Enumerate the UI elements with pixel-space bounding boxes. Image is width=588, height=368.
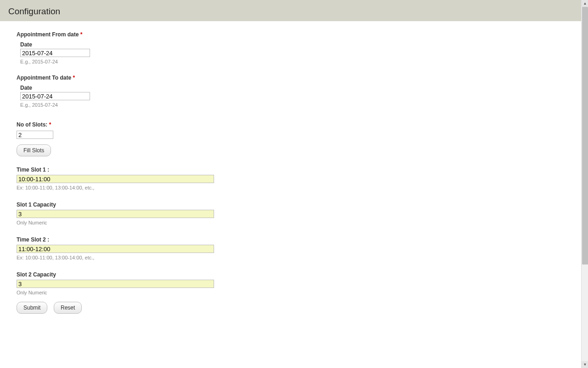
slot-1-capacity-hint: Only Numeric [17, 220, 571, 225]
page-header: Configuration [0, 3, 588, 21]
no-of-slots-group: No of Slots: * [17, 121, 571, 139]
scroll-thumb[interactable] [582, 7, 588, 264]
appointment-from-sublabel: Date [20, 41, 571, 48]
slot-2-capacity-input[interactable] [17, 280, 214, 288]
appointment-from-group: Appointment From date * Date E.g., 2015-… [17, 31, 571, 64]
fill-slots-button[interactable]: Fill Slots [17, 144, 51, 156]
page-title: Configuration [8, 6, 580, 17]
appointment-from-hint: E.g., 2015-07-24 [20, 59, 571, 64]
time-slot-2-group: Time Slot 2 : Ex: 10:00-11:00, 13:00-14:… [17, 236, 571, 260]
time-slot-1-label: Time Slot 1 : [17, 167, 571, 173]
reset-button[interactable]: Reset [54, 302, 82, 314]
configuration-form: Appointment From date * Date E.g., 2015-… [0, 21, 588, 323]
vertical-scrollbar[interactable]: ▲ ▼ [581, 0, 588, 368]
slot-1-capacity-label: Slot 1 Capacity [17, 201, 571, 208]
slot-2-capacity-group: Slot 2 Capacity Only Numeric [17, 271, 571, 295]
slot-2-capacity-label: Slot 2 Capacity [17, 271, 571, 278]
submit-button[interactable]: Submit [17, 302, 47, 314]
action-button-row: Submit Reset [17, 302, 571, 314]
appointment-from-label: Appointment From date * [17, 31, 571, 38]
time-slot-2-hint: Ex: 10:00-11:00, 13:00-14:00, etc., [17, 255, 571, 260]
time-slot-1-hint: Ex: 10:00-11:00, 13:00-14:00, etc., [17, 185, 571, 190]
appointment-from-date-input[interactable] [20, 49, 90, 57]
slot-1-capacity-input[interactable] [17, 210, 214, 218]
appointment-to-label: Appointment To date * [17, 75, 571, 81]
appointment-to-date-input[interactable] [20, 92, 90, 100]
appointment-to-hint: E.g., 2015-07-24 [20, 102, 571, 108]
time-slot-2-input[interactable] [17, 245, 214, 253]
no-of-slots-label: No of Slots: * [17, 121, 571, 128]
slot-1-capacity-group: Slot 1 Capacity Only Numeric [17, 201, 571, 225]
time-slot-1-input[interactable] [17, 175, 214, 183]
fill-slots-row: Fill Slots [17, 144, 571, 156]
appointment-to-sublabel: Date [20, 85, 571, 91]
required-marker: * [80, 31, 83, 38]
label-text: Appointment From date [17, 31, 79, 38]
appointment-to-group: Appointment To date * Date E.g., 2015-07… [17, 75, 571, 108]
time-slot-1-group: Time Slot 1 : Ex: 10:00-11:00, 13:00-14:… [17, 167, 571, 190]
required-marker: * [73, 75, 75, 81]
label-text: Appointment To date [17, 75, 71, 81]
scroll-up-arrow-icon[interactable]: ▲ [582, 0, 588, 7]
time-slot-2-label: Time Slot 2 : [17, 236, 571, 243]
required-marker: * [49, 121, 51, 128]
scroll-down-arrow-icon[interactable]: ▼ [582, 361, 588, 368]
label-text: No of Slots: [17, 121, 47, 128]
slot-2-capacity-hint: Only Numeric [17, 290, 571, 295]
no-of-slots-input[interactable] [17, 131, 53, 139]
